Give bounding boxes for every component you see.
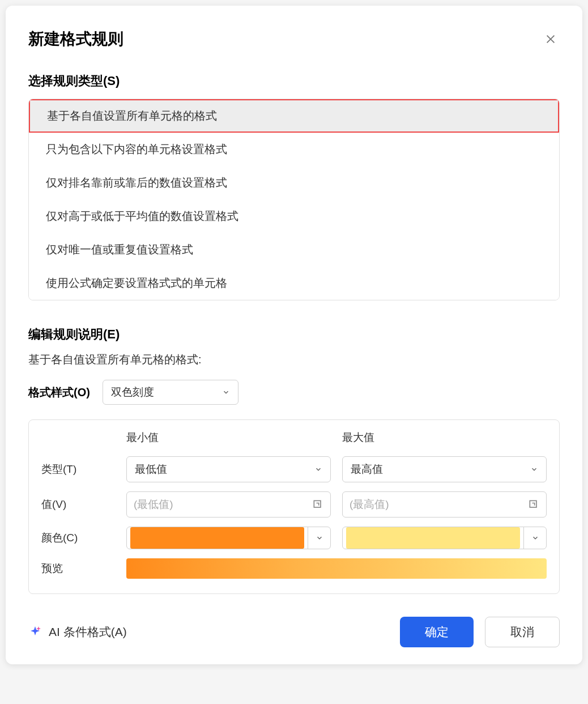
- chevron-down-icon: [531, 534, 539, 542]
- min-column-header: 最小值: [126, 430, 331, 447]
- dialog-title: 新建格式规则: [28, 28, 123, 50]
- chevron-down-icon: [222, 388, 230, 396]
- rule-item-above-below-avg[interactable]: 仅对高于或低于平均值的数值设置格式: [29, 200, 559, 233]
- cancel-button[interactable]: 取消: [485, 617, 560, 647]
- format-style-value: 双色刻度: [111, 385, 154, 400]
- ai-sparkle-icon: [28, 625, 42, 639]
- chevron-down-icon: [530, 465, 538, 473]
- value-label: 值(V): [41, 497, 115, 512]
- cell-reference-icon[interactable]: [528, 499, 539, 510]
- config-panel: 最小值 最大值 类型(T) 最低值 最高值 值(V) (最低值) (最高值) 颜…: [28, 419, 560, 594]
- format-style-select[interactable]: 双色刻度: [103, 380, 238, 405]
- footer-buttons: 确定 取消: [400, 617, 560, 647]
- type-label: 类型(T): [41, 462, 115, 477]
- format-style-label: 格式样式(O): [28, 385, 90, 400]
- rule-item-top-bottom[interactable]: 仅对排名靠前或靠后的数值设置格式: [29, 166, 559, 200]
- value-max-input[interactable]: (最高值): [342, 491, 547, 518]
- chevron-down-icon: [314, 465, 322, 473]
- value-min-placeholder: (最低值): [134, 497, 173, 512]
- max-column-header: 最大值: [342, 430, 547, 447]
- ai-conditional-format-link[interactable]: AI 条件格式(A): [28, 624, 127, 640]
- highlight-box: 基于各自值设置所有单元格的格式: [28, 99, 560, 134]
- rule-item-contains[interactable]: 只为包含以下内容的单元格设置格式: [29, 133, 559, 166]
- color-label: 颜色(C): [41, 531, 115, 545]
- rule-type-section-title: 选择规则类型(S): [28, 73, 560, 90]
- edit-rule-description: 基于各自值设置所有单元格的格式:: [28, 352, 560, 367]
- preview-label: 预览: [41, 561, 115, 576]
- close-button[interactable]: [542, 30, 560, 48]
- rule-item-all-values[interactable]: 基于各自值设置所有单元格的格式: [30, 100, 558, 132]
- new-format-rule-dialog: 新建格式规则 选择规则类型(S) 基于各自值设置所有单元格的格式 只为包含以下内…: [6, 6, 582, 664]
- rule-item-unique-duplicate[interactable]: 仅对唯一值或重复值设置格式: [29, 233, 559, 266]
- format-style-row: 格式样式(O) 双色刻度: [28, 380, 560, 405]
- value-min-input[interactable]: (最低值): [126, 491, 331, 518]
- svg-rect-3: [530, 501, 536, 507]
- color-max-dropdown[interactable]: [523, 527, 546, 549]
- type-max-select[interactable]: 最高值: [342, 456, 547, 482]
- color-min-swatch: [130, 527, 304, 549]
- color-max-select[interactable]: [342, 527, 547, 549]
- color-min-select[interactable]: [126, 527, 331, 549]
- svg-rect-2: [314, 501, 321, 507]
- ai-link-label: AI 条件格式(A): [49, 624, 127, 640]
- color-min-dropdown[interactable]: [308, 527, 330, 549]
- chevron-down-icon: [316, 534, 323, 542]
- cell-reference-icon[interactable]: [312, 499, 323, 510]
- type-max-value: 最高值: [351, 462, 383, 477]
- close-icon: [544, 33, 557, 45]
- rule-type-list: 基于各自值设置所有单元格的格式 只为包含以下内容的单元格设置格式 仅对排名靠前或…: [28, 99, 560, 300]
- dialog-header: 新建格式规则: [28, 28, 560, 50]
- value-max-placeholder: (最高值): [350, 497, 389, 512]
- preview-gradient-bar: [126, 558, 547, 579]
- dialog-footer: AI 条件格式(A) 确定 取消: [28, 617, 560, 647]
- color-max-swatch: [346, 527, 520, 549]
- rule-item-formula[interactable]: 使用公式确定要设置格式式的单元格: [29, 266, 559, 300]
- type-min-value: 最低值: [135, 462, 167, 477]
- ok-button[interactable]: 确定: [400, 617, 474, 647]
- type-min-select[interactable]: 最低值: [126, 456, 331, 482]
- edit-rule-section-title: 编辑规则说明(E): [28, 326, 560, 343]
